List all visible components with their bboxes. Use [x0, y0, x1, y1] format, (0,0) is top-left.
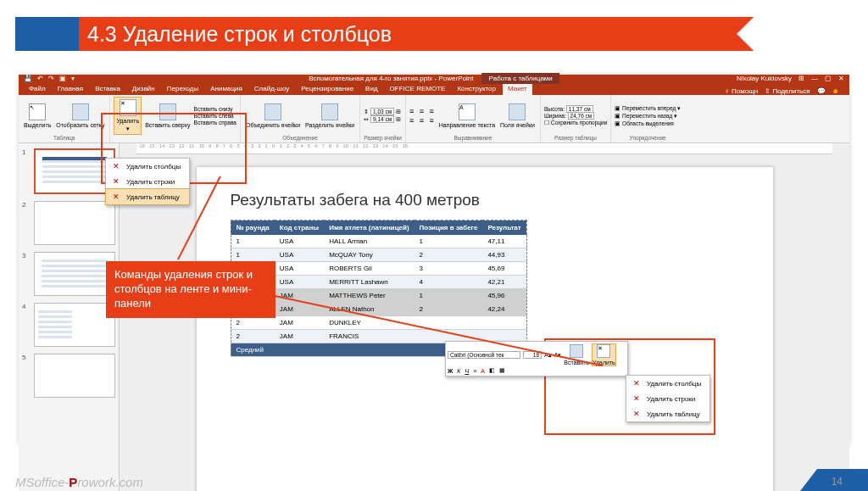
- group-table-size: Высота: 11,37 см Ширина: 24,76 см ☐ Сохр…: [541, 95, 611, 142]
- tab-view[interactable]: Вид: [360, 82, 382, 95]
- delete-dropdown-mini[interactable]: ✕Удалить столбцы ✕Удалить строки ✕Удалит…: [626, 375, 710, 422]
- slide-content-title[interactable]: Результаты забега на 400 метров: [231, 191, 756, 209]
- group-cell-size: ⇕ 1,03 см ⊞ ⇔ 9,14 см ⊞ Размер ячейки: [360, 95, 406, 142]
- mini-fontcolor-icon[interactable]: A: [481, 368, 485, 374]
- mini-italic-icon[interactable]: К: [457, 368, 460, 374]
- text-direction-button[interactable]: AНаправление текста: [437, 102, 497, 130]
- selection-pane[interactable]: ▣ Область выделения: [615, 120, 681, 127]
- align-mid-row[interactable]: ≡ ≡ ≡: [409, 116, 436, 125]
- save-icon[interactable]: 💾: [24, 75, 32, 82]
- callout-text: Команды удаления строк и столбцов на лен…: [114, 268, 253, 310]
- mini-align-icon[interactable]: ≡: [473, 368, 476, 374]
- window-title: Вспомогательная для 4-го занятия.pptx - …: [309, 75, 559, 82]
- delete-rows-item[interactable]: ✕Удалить строки: [106, 174, 189, 189]
- tab-review[interactable]: Рецензирование: [296, 82, 359, 95]
- bring-forward[interactable]: ▣ Переместить вперед ▾: [615, 105, 681, 112]
- titlebar: 💾 ↶ ↷ ▣ ▾ Вспомогательная для 4-го занят…: [19, 75, 849, 82]
- table-header-row: № раунда Код страны Имя атлета (латинице…: [231, 220, 526, 236]
- maximize-button[interactable]: ▢: [825, 75, 832, 82]
- split-cells-button[interactable]: Разделить ячейки: [303, 102, 356, 130]
- tab-file[interactable]: Файл: [24, 82, 51, 95]
- tab-design[interactable]: Дизайн: [127, 82, 160, 95]
- group-merge: Объединить ячейки Разделить ячейки Объед…: [241, 95, 360, 142]
- col-width-input[interactable]: 9,14 см: [370, 115, 394, 123]
- tab-officeremote[interactable]: OFFICE REMOTE: [385, 82, 451, 95]
- thumb-3[interactable]: 3: [22, 252, 115, 296]
- insert-below[interactable]: Вставить снизу: [194, 106, 236, 112]
- quick-access[interactable]: 💾 ↶ ↷ ▣ ▾: [24, 75, 75, 82]
- redo-icon[interactable]: ↷: [48, 75, 54, 82]
- share-button[interactable]: ⇧ Поделиться: [765, 87, 810, 95]
- merge-cells-button[interactable]: Объединить ячейки: [244, 102, 302, 130]
- header-bar: 4.3 Удаление строк и столбцов: [79, 17, 834, 51]
- undo-icon[interactable]: ↶: [37, 75, 43, 82]
- mini-fill-icon[interactable]: ◧: [489, 367, 495, 374]
- mini-delete-rows-item[interactable]: ✕Удалить строки: [626, 391, 709, 406]
- callout-box: Команды удаления строк и столбцов на лен…: [106, 261, 275, 318]
- close-button[interactable]: ✕: [838, 75, 844, 82]
- contextual-tab-label: Работа с таблицами: [482, 73, 559, 84]
- view-gridlines-button[interactable]: Отобразить сетку: [54, 102, 106, 130]
- tell-me[interactable]: ♀ Помощн: [725, 87, 758, 95]
- slide-header: 4.3 Удаление строк и столбцов: [15, 17, 834, 51]
- tab-home[interactable]: Главная: [53, 82, 88, 95]
- table-row: 1USAMcQUAY Tony244,93: [231, 248, 526, 262]
- ribbon-opts-icon[interactable]: ⊞: [798, 75, 804, 82]
- thumb-5[interactable]: 5: [22, 354, 115, 398]
- ribbon-tabs: Файл Главная Вставка Дизайн Переходы Ани…: [19, 82, 849, 95]
- header-accent: [15, 17, 79, 51]
- mini-underline-icon[interactable]: Ч: [465, 368, 469, 374]
- mini-bold-icon[interactable]: Ж: [448, 368, 453, 374]
- slide-title: 4.3 Удаление строк и столбцов: [79, 22, 392, 47]
- tab-constructor[interactable]: Конструктор: [452, 82, 501, 95]
- user-name: Nikolay Kuldovsky: [737, 75, 792, 82]
- row-height-input[interactable]: 1,03 см: [370, 108, 394, 115]
- mini-font-input[interactable]: Calibri (Основной тек: [448, 351, 520, 359]
- tab-animation[interactable]: Анимация: [205, 82, 248, 95]
- group-table: ↖Выделить Отобразить сетку Таблица: [19, 95, 110, 142]
- delete-table-icon: ✕: [111, 192, 121, 202]
- select-button[interactable]: ↖Выделить: [22, 102, 53, 130]
- mini-delete-table-item[interactable]: ✕Удалить таблицу: [626, 406, 709, 421]
- page-number: 14: [832, 476, 843, 488]
- delete-columns-item[interactable]: ✕Удалить столбцы: [106, 159, 189, 174]
- footer-logo: MSoffice-Prowork.com: [15, 475, 143, 489]
- smiley-icon[interactable]: ☻: [832, 87, 839, 95]
- window-controls: Nikolay Kuldovsky ⊞ — ▢ ✕: [737, 75, 844, 82]
- mini-border-icon[interactable]: ▦: [499, 367, 505, 374]
- thumb-2[interactable]: 2: [22, 201, 115, 245]
- delete-dropdown-ribbon[interactable]: ✕Удалить столбцы ✕Удалить строки ✕Удалит…: [105, 158, 190, 205]
- tab-slideshow[interactable]: Слайд-шоу: [249, 82, 294, 95]
- delete-col-icon: ✕: [111, 161, 121, 171]
- delete-table-item[interactable]: ✕Удалить таблицу: [105, 188, 190, 205]
- current-slide[interactable]: Результаты забега на 400 метров № раунда…: [197, 167, 773, 491]
- lock-aspect-checkbox[interactable]: ☐ Сохранить пропорции: [544, 120, 607, 126]
- thumb-4[interactable]: 4: [22, 303, 115, 347]
- group-arrange: ▣ Переместить вперед ▾ ▣ Переместить наз…: [611, 95, 684, 142]
- start-icon[interactable]: ▣: [59, 75, 66, 82]
- cell-margins-button[interactable]: Поля ячейки: [498, 102, 537, 130]
- mini-toolbar[interactable]: Calibri (Основной тек 18 A▴ A▾ Вставить …: [445, 341, 628, 377]
- mini-delete-columns-item[interactable]: ✕Удалить столбцы: [626, 376, 709, 391]
- minimize-button[interactable]: —: [811, 75, 818, 82]
- share-area: ♀ Помощн ⇧ Поделиться 💬 ☻: [720, 87, 844, 95]
- tab-layout[interactable]: Макет: [503, 82, 532, 95]
- comments-icon[interactable]: 💬: [817, 87, 826, 95]
- qat-more-icon[interactable]: ▾: [71, 75, 75, 82]
- table-width-input[interactable]: 24,76 см: [568, 112, 595, 120]
- tab-insert[interactable]: Вставка: [90, 82, 125, 95]
- send-backward[interactable]: ▣ Переместить назад ▾: [615, 113, 681, 120]
- tab-transitions[interactable]: Переходы: [162, 82, 204, 95]
- delete-row-icon: ✕: [111, 176, 121, 187]
- group-alignment: ≡ ≡ ≡ ≡ ≡ ≡ AНаправление текста Поля яче…: [406, 95, 541, 142]
- align-top-row[interactable]: ≡ ≡ ≡: [409, 107, 436, 115]
- table-row: 1USAHALL Arman147,11: [231, 235, 526, 248]
